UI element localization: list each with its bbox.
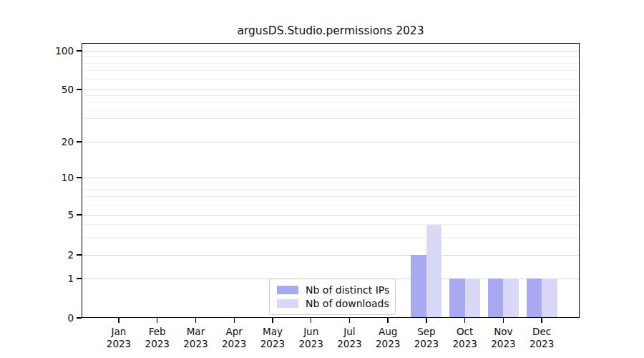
gridline-minor	[82, 57, 580, 57]
y-axis-tick-label: 2	[2, 248, 74, 261]
gridline-minor	[82, 205, 580, 205]
x-axis-tick	[234, 318, 235, 323]
x-axis-tick	[387, 318, 388, 323]
bar-downloads-nov	[503, 279, 519, 318]
x-axis-tick	[503, 318, 504, 323]
y-axis-tick	[77, 278, 82, 279]
gridline-minor	[82, 118, 580, 119]
gridline-minor	[82, 183, 580, 183]
x-axis-tick	[272, 318, 273, 323]
legend-item-downloads: Nb of downloads	[277, 297, 388, 310]
gridline-minor	[82, 189, 580, 190]
gridline-minor	[82, 79, 580, 79]
y-axis-tick	[77, 50, 82, 51]
y-axis-tick	[77, 141, 82, 142]
y-axis-tick-label: 1	[2, 272, 74, 285]
bar-distinct-ips-sep	[411, 255, 426, 318]
legend-swatch-distinct-ips	[277, 286, 298, 294]
legend-label-distinct-ips: Nb of distinct IPs	[306, 284, 389, 296]
x-axis-tick	[311, 318, 311, 323]
legend-swatch-downloads	[277, 299, 298, 308]
gridline-major	[82, 142, 580, 142]
x-axis-tick	[349, 318, 350, 323]
gridline-minor	[82, 102, 580, 102]
y-axis-tick-label: 5	[2, 208, 74, 221]
x-axis-tick-label: Dec2023	[513, 326, 570, 349]
x-axis-tick	[426, 318, 426, 323]
x-axis-tick	[157, 318, 157, 323]
gridline-minor	[82, 63, 580, 64]
bar-distinct-ips-dec	[527, 279, 542, 318]
x-axis-tick	[118, 318, 119, 323]
bar-downloads-dec	[542, 279, 557, 318]
gridline-minor	[82, 237, 580, 238]
gridline-major	[82, 51, 580, 52]
x-axis-label-month: Dec	[513, 326, 570, 338]
y-axis-tick-label: 50	[2, 83, 74, 96]
bar-chart: argusDS.Studio.permissions 2023 01251020…	[0, 0, 644, 358]
chart-title: argusDS.Studio.permissions 2023	[82, 24, 580, 39]
bar-downloads-oct	[465, 279, 481, 318]
y-axis-tick	[77, 214, 82, 215]
legend-box: Nb of distinct IPs Nb of downloads	[269, 279, 396, 315]
x-axis-label-year: 2023	[513, 338, 570, 350]
y-axis-tick	[77, 177, 82, 178]
legend-item-distinct-ips: Nb of distinct IPs	[277, 284, 388, 296]
gridline-minor	[82, 224, 580, 225]
x-axis-tick	[464, 318, 465, 323]
gridline-minor	[82, 95, 580, 96]
y-axis-tick	[77, 317, 82, 318]
bar-distinct-ips-oct	[449, 279, 465, 318]
gridline-minor	[82, 110, 580, 110]
y-axis-tick-label: 100	[2, 44, 74, 57]
x-axis-tick	[541, 318, 542, 323]
legend-label-downloads: Nb of downloads	[306, 298, 389, 309]
gridline-major	[82, 215, 580, 216]
bar-distinct-ips-nov	[488, 279, 504, 318]
plot-area	[82, 43, 580, 318]
y-axis-tick	[77, 89, 82, 90]
y-axis-tick-label: 10	[2, 171, 74, 184]
gridline-major	[82, 90, 580, 90]
gridline-major	[82, 178, 580, 178]
gridline-minor	[82, 196, 580, 197]
y-axis-tick	[77, 254, 82, 255]
x-axis-tick	[195, 318, 196, 323]
y-axis-tick-label: 20	[2, 135, 74, 148]
bar-downloads-sep	[426, 225, 442, 318]
gridline-major	[82, 255, 580, 256]
gridline-minor	[82, 70, 580, 71]
y-axis-tick-label: 0	[2, 311, 74, 324]
